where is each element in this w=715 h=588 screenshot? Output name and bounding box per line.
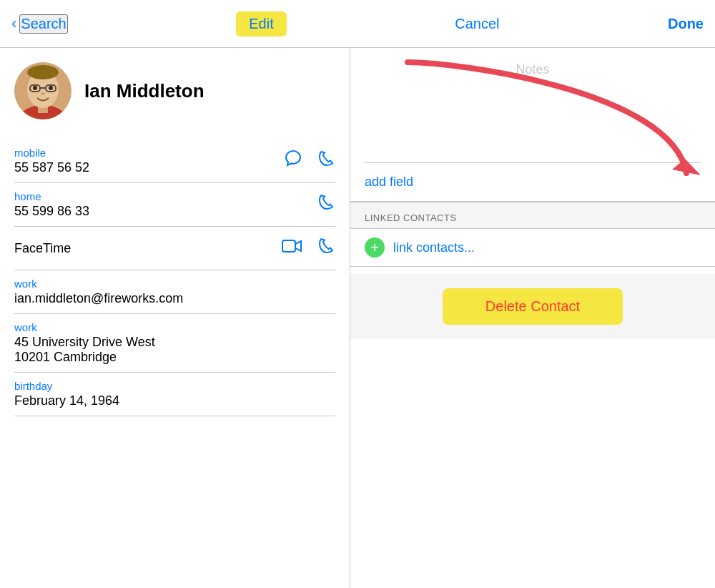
work-address-line2[interactable]: 10201 Cambridge (14, 350, 335, 365)
add-field-section: add field (350, 163, 715, 202)
header-left: ‹ Search (11, 14, 68, 34)
plus-icon: + (365, 237, 385, 258)
mobile-number[interactable]: 55 587 56 52 (14, 160, 89, 175)
home-field-row: home 55 599 86 33 (14, 190, 335, 219)
birthday-group: birthday February 14, 1964 (14, 373, 335, 416)
home-number[interactable]: 55 599 86 33 (14, 204, 89, 219)
work-email-label: work (14, 278, 335, 290)
svg-point-10 (41, 92, 45, 95)
work-address-line1[interactable]: 45 University Drive West (14, 335, 335, 350)
contact-header: Ian Middleton (14, 62, 335, 119)
work-address-label: work (14, 321, 335, 333)
add-field-button[interactable]: add field (365, 175, 413, 190)
facetime-icons (281, 237, 335, 260)
avatar (14, 62, 72, 119)
mobile-field-content: mobile 55 587 56 52 (14, 147, 89, 175)
right-panel: Notes add field LINKED CONTACTS + (350, 48, 715, 588)
work-email-group: work ian.middleton@fireworks.com (14, 270, 335, 314)
delete-section: Delete Contact (350, 274, 715, 339)
facetime-label: FaceTime (14, 241, 71, 256)
phone-home-icon[interactable] (317, 193, 335, 216)
mobile-label: mobile (14, 147, 89, 159)
linked-contacts-header: LINKED CONTACTS (350, 202, 715, 228)
birthday-value[interactable]: February 14, 1964 (14, 393, 335, 408)
notes-placeholder: Notes (516, 62, 549, 77)
svg-point-8 (33, 86, 37, 90)
delete-contact-button[interactable]: Delete Contact (443, 288, 623, 325)
cancel-button[interactable]: Cancel (455, 16, 499, 32)
home-icons (317, 193, 335, 216)
mobile-field-group: mobile 55 587 56 52 (14, 139, 335, 183)
contact-name: Ian Middleton (84, 80, 204, 102)
linked-contacts-title: LINKED CONTACTS (365, 212, 457, 223)
linked-contacts-section: LINKED CONTACTS + link contacts... (350, 202, 715, 267)
back-arrow-icon: ‹ (11, 14, 16, 33)
home-field-group: home 55 599 86 33 (14, 183, 335, 227)
notes-line (365, 162, 701, 163)
video-icon[interactable] (281, 238, 302, 258)
phone-facetime-icon[interactable] (317, 237, 335, 260)
home-label: home (14, 190, 89, 202)
edit-button[interactable]: Edit (236, 11, 286, 36)
home-field-content: home 55 599 86 33 (14, 190, 89, 219)
work-address-group: work 45 University Drive West 10201 Camb… (14, 314, 335, 373)
link-contacts-label[interactable]: link contacts... (393, 240, 475, 255)
facetime-row: FaceTime (14, 227, 335, 270)
phone-icon[interactable] (317, 150, 335, 172)
svg-rect-11 (282, 240, 295, 252)
mobile-field-row: mobile 55 587 56 52 (14, 147, 335, 175)
done-button[interactable]: Done (668, 16, 704, 32)
left-panel: Ian Middleton mobile 55 587 56 52 (0, 48, 350, 588)
message-icon[interactable] (284, 150, 302, 172)
header: ‹ Search Edit Cancel Done (0, 0, 715, 48)
notes-area: Notes (350, 48, 715, 163)
birthday-label: birthday (14, 380, 335, 392)
back-button[interactable]: Search (19, 14, 67, 34)
link-contacts-row[interactable]: + link contacts... (350, 228, 715, 267)
svg-point-4 (27, 65, 59, 79)
work-email[interactable]: ian.middleton@fireworks.com (14, 291, 335, 306)
svg-point-9 (49, 86, 53, 90)
main-content: Ian Middleton mobile 55 587 56 52 (0, 48, 715, 588)
mobile-icons (284, 150, 335, 172)
